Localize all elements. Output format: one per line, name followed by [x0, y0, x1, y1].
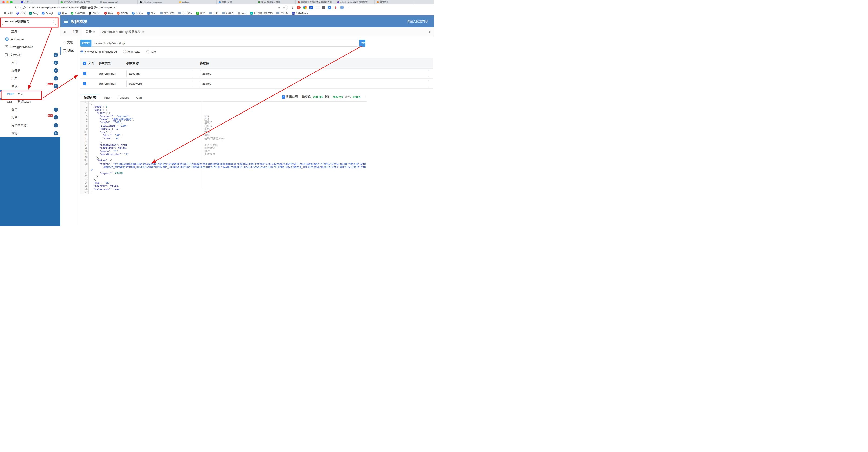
bookmark-star-icon[interactable]: ☆ — [283, 6, 285, 9]
browser-tab[interactable]: 国家职业资格证书全国联网查询 — [296, 0, 335, 4]
bookmark-item[interactable]: 学习资料 — [158, 11, 176, 15]
select-all-checkbox[interactable]: ✓ — [83, 62, 86, 65]
browser-tab[interactable]: Node 搭建多人博客 — [256, 0, 296, 4]
body-type-option[interactable]: raw — [147, 50, 156, 53]
request-path-input[interactable]: /api/authority/anno/login — [91, 39, 358, 47]
row-checkbox[interactable]: ✓ — [83, 72, 86, 75]
page-info-icon[interactable]: i — [23, 6, 26, 9]
fold-arrow-icon[interactable]: ▾ — [87, 112, 88, 114]
sidebar-item-post-endpoint[interactable]: POST登录 — [0, 90, 60, 98]
translate-icon[interactable]: 译 — [278, 6, 281, 9]
response-tab[interactable]: Headers — [114, 94, 132, 101]
body-type-option[interactable]: x-www-form-urlencoded — [81, 50, 117, 53]
content-tab[interactable]: 主页 — [69, 27, 82, 36]
window-close-icon[interactable] — [2, 1, 5, 3]
bookmark-item[interactable]: bBing — [27, 12, 40, 15]
browser-tab[interactable]: temporary-mail — [98, 0, 137, 4]
show-description-toggle[interactable]: ✓显示说明 — [282, 95, 298, 99]
google-extension-icon[interactable] — [303, 6, 307, 9]
bookmark-item[interactable]: 应用 — [2, 11, 14, 15]
shield-extension-icon[interactable] — [322, 6, 325, 9]
radio-icon[interactable] — [81, 50, 84, 53]
tab-scroll-left-icon[interactable]: « — [60, 27, 69, 36]
sidebar-item-get-endpoint[interactable]: GET验证token — [0, 98, 60, 106]
radio-icon[interactable] — [147, 50, 150, 53]
browser-tab[interactable]: 菜鸟教程 - 学的不仅是技术 — [59, 0, 98, 4]
show-description-checkbox[interactable]: ✓ — [282, 95, 285, 99]
ips-extension-icon[interactable]: ips — [309, 6, 313, 9]
bookmark-item[interactable]: GGoogle — [40, 12, 56, 15]
close-tab-icon[interactable]: × — [142, 30, 144, 33]
white-circle-extension-icon[interactable] — [316, 6, 319, 9]
bookmark-item[interactable]: G码云 — [102, 11, 115, 15]
window-minimize-icon[interactable] — [6, 1, 9, 3]
content-tab[interactable]: 登录× — [82, 27, 99, 36]
sidebar-item[interactable]: Swagger Models — [0, 43, 60, 51]
fold-arrow-icon[interactable]: ▾ — [87, 131, 88, 133]
browser-tab[interactable]: github_pages:实现网页托管 — [335, 0, 375, 4]
response-tab[interactable]: Curl — [132, 94, 146, 101]
browser-menu-icon[interactable]: ⋮ — [346, 6, 350, 9]
header-search-input[interactable]: 请输入搜索内容 — [407, 19, 428, 24]
bookmark-item[interactable]: 101024Tools — [290, 12, 309, 15]
tab-debug[interactable]: >_调试 — [60, 47, 78, 55]
fullscreen-icon[interactable] — [364, 96, 366, 98]
param-name-input[interactable]: account — [126, 70, 193, 77]
radio-icon[interactable] — [123, 50, 126, 53]
address-bar[interactable]: i 127.0.0.1:8760/api/gate/doc.html#/auth… — [21, 5, 288, 10]
sidebar-item[interactable]: 资源6 — [0, 129, 60, 137]
bookmark-item[interactable]: 微微信 — [194, 11, 207, 15]
forward-icon[interactable]: → — [9, 6, 12, 9]
back-icon[interactable]: ← — [3, 6, 6, 9]
param-value-input[interactable]: zuihou — [200, 80, 429, 87]
asterisk-extension-icon[interactable]: ✱ — [334, 6, 338, 9]
fold-arrow-icon[interactable]: ▾ — [87, 160, 88, 162]
browser-tab[interactable]: 很秀的人 — [375, 0, 414, 4]
browser-tab[interactable]: 前端+后端 — [217, 0, 256, 4]
param-name-input[interactable]: password — [126, 80, 193, 87]
grammar-extension-icon[interactable]: G — [297, 6, 301, 9]
bookmark-item[interactable]: 什么都有 — [176, 11, 194, 15]
sidebar-item[interactable]: 文档管理3 — [0, 51, 60, 59]
sidebar-item[interactable]: 应用5 — [0, 59, 60, 66]
window-zoom-icon[interactable] — [10, 1, 12, 3]
sidebar-item[interactable]: Authorize — [0, 35, 60, 43]
hamburger-menu-icon[interactable] — [64, 20, 68, 23]
bookmark-item[interactable]: 小目标 — [275, 11, 290, 15]
response-tab[interactable]: 响应内容 — [80, 94, 100, 101]
fold-arrow-icon[interactable]: ▾ — [87, 103, 88, 105]
sidebar-item[interactable]: 角色的资源1 — [0, 121, 60, 129]
browser-tab[interactable]: Habos — [177, 0, 217, 4]
sidebar-item[interactable]: 用户9 — [0, 75, 60, 82]
bookmark-item[interactable]: 译翻译 — [56, 11, 69, 15]
han-extension-icon[interactable]: 汉 — [328, 6, 331, 9]
bookmark-item[interactable]: 公司 — [207, 11, 220, 15]
module-select[interactable]: authority-权限模块 ▲▼ — [2, 18, 56, 25]
send-button[interactable]: 发送 — [359, 39, 365, 47]
browser-tab[interactable]: GitHub - Composer — [137, 0, 177, 4]
response-tab[interactable]: Raw — [100, 94, 114, 101]
param-value-input[interactable]: zuihou — [200, 70, 429, 77]
sidebar-item[interactable]: 菜单7 — [0, 106, 60, 114]
bookmark-item[interactable]: 已导入 — [220, 11, 236, 15]
sidebar-item[interactable]: 服务表6 — [0, 66, 60, 75]
row-checkbox[interactable]: ✓ — [83, 82, 86, 85]
sidebar-item[interactable]: 主页 — [0, 27, 60, 35]
bookmark-item[interactable]: 云百度云 — [130, 11, 145, 15]
tab-scroll-right-icon[interactable]: » — [426, 27, 434, 36]
bookmark-item[interactable]: GitHub — [87, 12, 102, 15]
bookmark-item[interactable]: 百百度 — [14, 11, 27, 15]
sidebar-item[interactable]: 角色NEW8 — [0, 114, 60, 121]
profile-avatar[interactable] — [340, 6, 344, 9]
share-icon[interactable]: ⇧ — [290, 6, 294, 9]
bookmark-item[interactable]: C开源中国 — [69, 11, 87, 15]
content-tab[interactable]: Authorize-authority-权限模块× — [99, 27, 148, 36]
bookmark-item[interactable]: N笔记 — [145, 11, 158, 15]
bookmark-item[interactable]: EES搜索引擎文档 — [248, 11, 275, 15]
reload-icon[interactable]: ↻ — [15, 6, 18, 9]
bookmark-item[interactable]: mac — [236, 12, 248, 15]
close-tab-icon[interactable]: × — [93, 30, 95, 33]
browser-tab[interactable]: 百度一下 — [19, 0, 59, 4]
bookmark-item[interactable]: CCSDN — [115, 12, 130, 15]
body-type-option[interactable]: form-data — [123, 50, 141, 53]
